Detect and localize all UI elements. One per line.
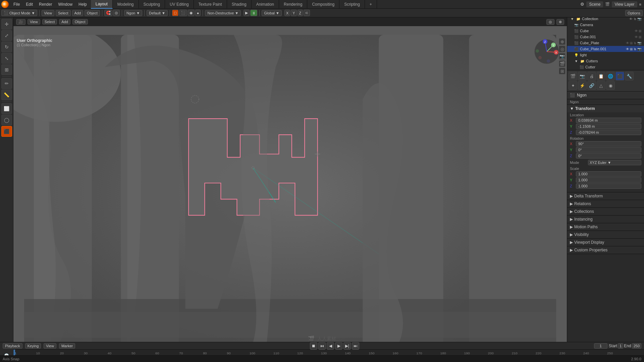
tab-compositing[interactable]: Compositing: [307, 0, 339, 9]
mode-selector[interactable]: ⬛ Object Mode ▼: [1, 10, 37, 16]
outliner-item-cutter[interactable]: ⬛ Cutter: [567, 64, 644, 70]
vp-object-menu[interactable]: Object: [72, 19, 88, 24]
toggle-perspective-btn[interactable]: ◎: [559, 46, 566, 52]
cube-mod-icon[interactable]: ⊞: [639, 29, 641, 33]
restrict-icon[interactable]: 🖱: [633, 17, 637, 21]
navigation-gizmo[interactable]: Y X Z: [533, 38, 560, 65]
transform-tool[interactable]: ⊞: [1, 64, 12, 75]
zoom-fit-btn[interactable]: ⊕: [559, 38, 566, 45]
tab-rendering[interactable]: Rendering: [279, 0, 307, 9]
menu-file[interactable]: File: [11, 1, 22, 7]
tab-sculpting[interactable]: Sculpting: [139, 0, 165, 9]
data-prop-btn[interactable]: △: [597, 81, 605, 90]
tab-modeling[interactable]: Modeling: [113, 0, 139, 9]
proportional-edit-btn[interactable]: ⊂: [304, 10, 310, 16]
vp-gizmo-btn[interactable]: ⊕: [556, 19, 564, 25]
transform-x-btn[interactable]: X: [284, 10, 290, 16]
transform-header[interactable]: ▼ Transform: [567, 105, 644, 112]
outliner-item-cube001[interactable]: ⬛ Cube.001 👁 ⊞: [567, 34, 644, 40]
cp001-mod-icon[interactable]: ⊞: [630, 47, 633, 51]
scene-prop-btn[interactable]: 🎬: [569, 72, 577, 80]
cp-vis-icon[interactable]: 👁: [626, 41, 629, 45]
play-icon-btn[interactable]: ⏸: [250, 10, 257, 16]
vp-add-menu[interactable]: Add: [59, 19, 70, 24]
material-btn[interactable]: ◉: [188, 10, 195, 16]
tab-texture-paint[interactable]: Texture Paint: [194, 0, 227, 9]
render-view-btn[interactable]: 🎬: [559, 60, 566, 67]
jump-start-btn[interactable]: ⏮: [318, 342, 326, 350]
outliner-item-light[interactable]: 💡 light: [567, 52, 644, 58]
material-prop-btn[interactable]: ◉: [606, 81, 615, 90]
scale-y-value[interactable]: 1.000: [576, 177, 641, 183]
measure-tool[interactable]: 📏: [1, 89, 12, 100]
collections-section[interactable]: ▶ Collections: [567, 208, 644, 216]
mode-prop-dropdown[interactable]: XYZ Euler ▼: [588, 160, 641, 165]
output-prop-btn[interactable]: 🖨: [587, 72, 596, 80]
play-btn[interactable]: ▶: [335, 342, 342, 350]
sync-icon[interactable]: ⚙: [580, 2, 584, 7]
cp-mod-icon[interactable]: ⊞: [630, 41, 633, 45]
select-btn[interactable]: Select: [56, 10, 71, 16]
cp001-render-icon[interactable]: 📷: [637, 47, 641, 51]
vp-editor-type[interactable]: 🎥: [16, 19, 25, 25]
tab-add-workspace[interactable]: +: [365, 0, 377, 9]
frame-next-btn[interactable]: ▶|: [343, 342, 351, 350]
ngon-selector[interactable]: Ngon ▼: [124, 10, 142, 16]
playback-menu[interactable]: Playback: [3, 343, 22, 349]
wireframe-btn[interactable]: ◻: [172, 10, 178, 16]
view-layer-name[interactable]: View Layer: [612, 1, 637, 7]
tab-layout[interactable]: Layout: [91, 0, 113, 9]
cp-render-icon[interactable]: 📷: [637, 41, 641, 45]
snap-toggle[interactable]: 🧲: [104, 10, 112, 16]
global-selector[interactable]: Global ▼: [262, 10, 282, 16]
grid-toggle-btn[interactable]: ⊞: [559, 68, 566, 74]
outliner-item-cubeplate001[interactable]: ⬛ Cube_Plate.001 👁 ⊞ 🖱 📷: [567, 46, 644, 52]
scale-x-value[interactable]: 1.000: [576, 171, 641, 177]
transform-z-btn[interactable]: Z: [298, 10, 303, 16]
active-tool[interactable]: ⬛: [1, 126, 12, 137]
stop-btn[interactable]: ⏹: [310, 342, 317, 350]
modifier-prop-btn[interactable]: 🔧: [625, 72, 634, 80]
box-select-tool[interactable]: ⬜: [1, 103, 12, 114]
particle-prop-btn[interactable]: ✦: [569, 81, 577, 90]
visibility-section[interactable]: ▶ Visibility: [567, 231, 644, 239]
physics-prop-btn[interactable]: ⚡: [578, 81, 587, 90]
vp-view-menu[interactable]: View: [28, 19, 40, 24]
loc-y-value[interactable]: -1.1508 m: [576, 124, 641, 129]
scale-tool[interactable]: ⤡: [1, 53, 12, 64]
rot-y-value[interactable]: 0°: [576, 147, 641, 153]
current-frame-input[interactable]: 1: [594, 343, 607, 349]
rot-z-value[interactable]: 0°: [576, 153, 641, 159]
scene-name[interactable]: Scene: [586, 1, 603, 7]
vp-select-menu[interactable]: Select: [42, 19, 57, 24]
loc-x-value[interactable]: 0.038934 m: [576, 118, 641, 123]
cp-restrict-icon[interactable]: 🖱: [633, 41, 637, 45]
start-frame-input[interactable]: 1: [618, 343, 623, 349]
frame-prev-btn[interactable]: ◀: [327, 342, 334, 350]
render-prop-btn[interactable]: 📷: [578, 72, 587, 80]
proportional-toggle[interactable]: ◎: [113, 10, 120, 16]
cp001-restrict-icon[interactable]: 🖱: [633, 47, 637, 51]
circle-select-tool[interactable]: ◯: [1, 115, 12, 125]
relations-section[interactable]: ▶ Relations: [567, 200, 644, 208]
viewport-display-section[interactable]: ▶ Viewport Display: [567, 239, 644, 246]
cp001-vis-icon[interactable]: 👁: [626, 47, 629, 51]
cube001-vis-icon[interactable]: 👁: [635, 35, 638, 39]
options-btn[interactable]: Options: [625, 10, 643, 16]
non-destructive-selector[interactable]: Non-Destructive ▼: [205, 10, 241, 16]
render-icon-btn[interactable]: ▶: [244, 10, 250, 16]
object-prop-btn[interactable]: ⬛: [615, 72, 624, 80]
tab-animation[interactable]: Animation: [252, 0, 279, 9]
add-btn[interactable]: Add: [72, 10, 84, 16]
render-btn[interactable]: ●: [195, 10, 201, 16]
menu-window[interactable]: Window: [55, 1, 75, 7]
scale-z-value[interactable]: 1.000: [576, 183, 641, 189]
cube-vis-icon[interactable]: 👁: [635, 29, 638, 33]
keying-menu[interactable]: Keying: [25, 343, 41, 349]
outliner-item-cube[interactable]: ⬛ Cube 👁 ⊞: [567, 28, 644, 34]
options-icon[interactable]: ≡: [639, 2, 641, 6]
rot-x-value[interactable]: 90°: [576, 141, 641, 146]
outliner-item-cubeplate[interactable]: ⬛ Cube_Plate 👁 ⊞ 🖱 📷: [567, 40, 644, 46]
outliner-item-cutters[interactable]: ▼ 📁 Cutters: [567, 58, 644, 64]
object-btn[interactable]: Object: [85, 10, 100, 16]
